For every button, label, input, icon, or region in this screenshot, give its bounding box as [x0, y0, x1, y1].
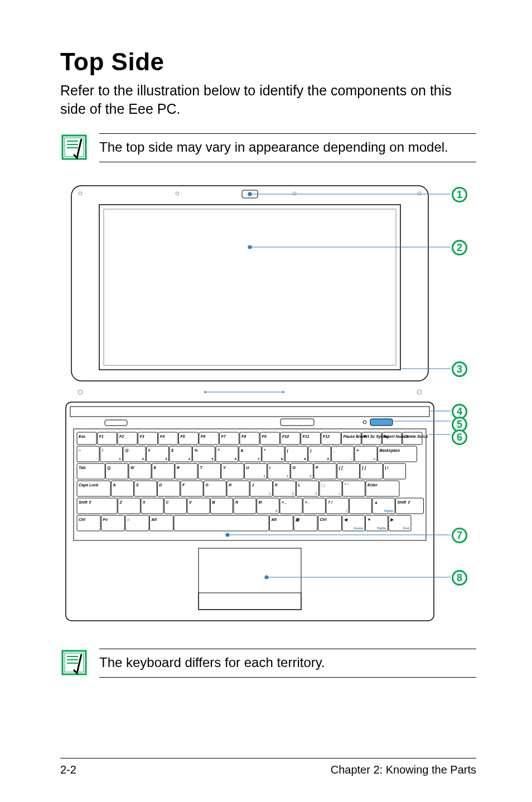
page-title: Top Side — [60, 48, 476, 76]
svg-rect-23 — [199, 593, 301, 610]
note-icon — [60, 133, 88, 161]
svg-rect-19 — [370, 419, 393, 426]
callout-7: 7 — [452, 528, 467, 543]
svg-point-6 — [176, 192, 179, 195]
note-block-1: The top side may vary in appearance depe… — [60, 133, 476, 162]
note-text-1: The top side may vary in appearance depe… — [99, 139, 448, 154]
callout-2: 2 — [452, 240, 467, 255]
svg-rect-9 — [99, 205, 400, 370]
footer-left: 2-2 — [60, 764, 76, 776]
svg-rect-10 — [104, 209, 396, 365]
svg-rect-21 — [74, 429, 426, 540]
note-text-2: The keyboard differs for each territory. — [99, 655, 325, 670]
page-footer: 2-2 Chapter 2: Knowing the Parts — [60, 764, 476, 776]
callout-8: 8 — [452, 570, 467, 586]
svg-point-20 — [363, 421, 366, 424]
note-icon — [60, 649, 88, 677]
callout-1: 1 — [452, 187, 467, 202]
callout-3: 3 — [452, 361, 467, 377]
intro-paragraph: Refer to the illustration below to ident… — [60, 81, 476, 118]
svg-rect-16 — [70, 407, 429, 417]
svg-point-11 — [78, 390, 83, 394]
svg-point-7 — [293, 192, 296, 195]
svg-rect-22 — [199, 548, 301, 610]
svg-point-24 — [248, 192, 252, 196]
svg-rect-15 — [66, 402, 434, 621]
svg-rect-17 — [105, 420, 127, 426]
footer-rule — [60, 758, 476, 758]
svg-rect-2 — [71, 186, 428, 381]
footer-right: Chapter 2: Knowing the Parts — [331, 764, 476, 776]
svg-point-8 — [418, 192, 421, 195]
svg-point-5 — [79, 192, 82, 195]
callout-6: 6 — [452, 429, 467, 445]
note-block-2: The keyboard differs for each territory. — [60, 649, 476, 678]
svg-rect-18 — [280, 419, 314, 426]
svg-point-12 — [417, 390, 422, 394]
svg-point-32 — [226, 533, 229, 537]
laptop-diagram: EscF1F2F3F4F5F6F7F8F9F10F11F12Pause Brea… — [60, 180, 484, 626]
svg-point-34 — [265, 576, 268, 579]
svg-point-26 — [248, 245, 252, 249]
